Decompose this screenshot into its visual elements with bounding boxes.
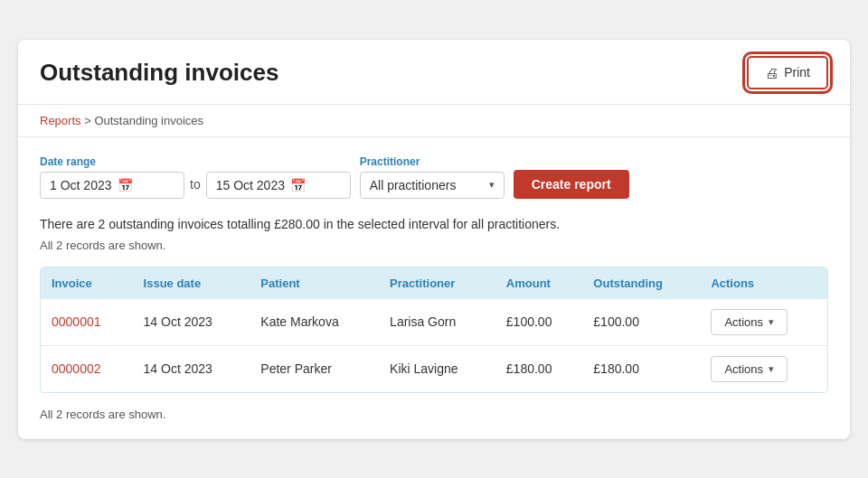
filters-row: Date range 1 Oct 2023 📅 to 15 Oct 2023 📅… xyxy=(40,155,828,199)
table-row: 0000001 14 Oct 2023 Kate Markova Larisa … xyxy=(41,299,827,346)
table-row: 0000002 14 Oct 2023 Peter Parker Kiki La… xyxy=(41,345,827,392)
date-range-row: 1 Oct 2023 📅 to 15 Oct 2023 📅 xyxy=(40,172,351,199)
print-label: Print xyxy=(784,65,810,80)
date-range-label: Date range xyxy=(40,155,351,168)
invoices-table: Invoice Issue date Patient Practitioner … xyxy=(41,267,827,392)
cell-patient-1: Peter Parker xyxy=(250,345,379,392)
cell-issue-date-0: 14 Oct 2023 xyxy=(133,299,250,346)
col-practitioner: Practitioner xyxy=(379,267,495,299)
card-body: Date range 1 Oct 2023 📅 to 15 Oct 2023 📅… xyxy=(18,137,850,439)
records-shown-top: All 2 records are shown. xyxy=(40,239,828,252)
cell-amount-0: £100.00 xyxy=(495,299,583,346)
cell-actions-1: Actions ▾ xyxy=(700,345,827,392)
records-shown-bottom: All 2 records are shown. xyxy=(40,408,828,421)
cell-outstanding-1: £180.00 xyxy=(582,345,700,392)
create-report-button[interactable]: Create report xyxy=(514,170,629,199)
cell-practitioner-0: Larisa Gorn xyxy=(379,299,495,346)
date-from-value: 1 Oct 2023 xyxy=(50,178,112,192)
col-invoice: Invoice xyxy=(41,267,133,299)
chevron-down-icon: ▾ xyxy=(489,179,495,191)
main-card: Outstanding invoices 🖨 Print Reports > O… xyxy=(18,40,850,439)
invoice-link-1[interactable]: 0000002 xyxy=(52,361,101,376)
summary-text: There are 2 outstanding invoices totalli… xyxy=(40,217,828,231)
breadcrumb: Reports > Outstanding invoices xyxy=(18,105,850,137)
actions-button-0[interactable]: Actions ▾ xyxy=(711,309,788,335)
cell-practitioner-1: Kiki Lavigne xyxy=(379,345,495,392)
cell-amount-1: £180.00 xyxy=(495,345,583,392)
print-button[interactable]: 🖨 Print xyxy=(747,56,828,89)
date-range-group: Date range 1 Oct 2023 📅 to 15 Oct 2023 📅 xyxy=(40,155,351,199)
col-patient: Patient xyxy=(250,267,379,299)
col-outstanding: Outstanding xyxy=(582,267,700,299)
printer-icon: 🖨 xyxy=(765,65,778,80)
date-to-input[interactable]: 15 Oct 2023 📅 xyxy=(206,172,351,199)
col-actions: Actions xyxy=(700,267,827,299)
chevron-down-icon: ▾ xyxy=(769,316,774,328)
practitioner-group: Practitioner All practitioners ▾ xyxy=(360,155,505,199)
cell-actions-0: Actions ▾ xyxy=(700,299,827,346)
invoices-table-wrapper: Invoice Issue date Patient Practitioner … xyxy=(40,267,828,393)
practitioner-value: All practitioners xyxy=(370,178,457,192)
invoice-link-0[interactable]: 0000001 xyxy=(52,314,101,329)
breadcrumb-separator: > xyxy=(84,114,91,127)
breadcrumb-reports-link[interactable]: Reports xyxy=(40,114,81,127)
date-from-input[interactable]: 1 Oct 2023 📅 xyxy=(40,172,184,199)
col-amount: Amount xyxy=(495,267,583,299)
cell-invoice-1: 0000002 xyxy=(41,345,133,392)
actions-button-1[interactable]: Actions ▾ xyxy=(711,356,788,382)
practitioner-label: Practitioner xyxy=(360,155,505,168)
page-title: Outstanding invoices xyxy=(40,59,278,87)
cell-patient-0: Kate Markova xyxy=(250,299,379,346)
card-header: Outstanding invoices 🖨 Print xyxy=(18,40,850,105)
breadcrumb-current: Outstanding invoices xyxy=(94,114,203,127)
calendar-to-icon: 📅 xyxy=(290,178,306,192)
practitioner-select[interactable]: All practitioners ▾ xyxy=(360,172,505,199)
cell-issue-date-1: 14 Oct 2023 xyxy=(133,345,250,392)
to-label: to xyxy=(190,177,201,199)
col-issue-date: Issue date xyxy=(133,267,250,299)
actions-label-0: Actions xyxy=(724,315,763,329)
calendar-from-icon: 📅 xyxy=(118,178,133,192)
table-header-row: Invoice Issue date Patient Practitioner … xyxy=(41,267,827,299)
cell-invoice-0: 0000001 xyxy=(41,299,133,346)
chevron-down-icon: ▾ xyxy=(769,363,774,375)
date-to-value: 15 Oct 2023 xyxy=(216,178,285,192)
actions-label-1: Actions xyxy=(724,362,763,376)
cell-outstanding-0: £100.00 xyxy=(582,299,700,346)
